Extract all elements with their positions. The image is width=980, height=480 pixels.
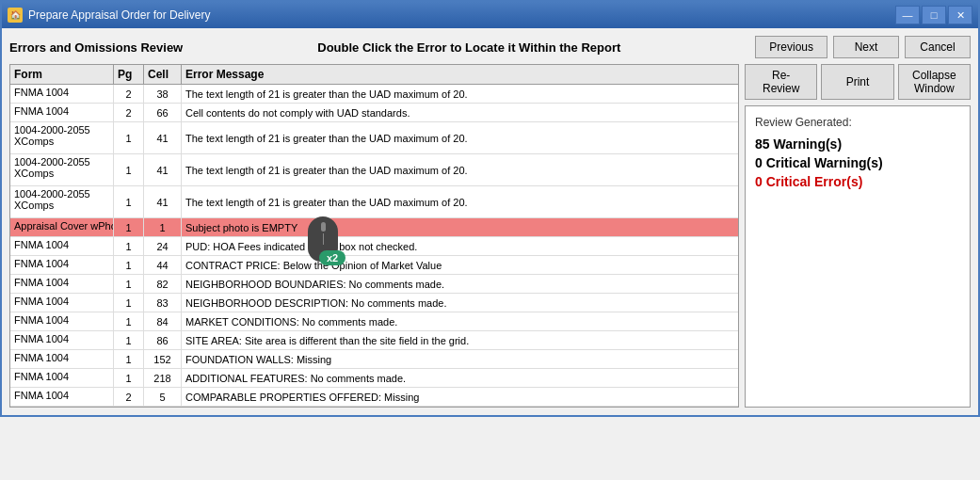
cell-message: PUD: HOA Fees indicated - PUD box not ch… [182,237,738,255]
table-row[interactable]: FNMA 1004 1 218 ADDITIONAL FEATURES: No … [10,369,738,388]
cell-form: FNMA 1004 [10,294,114,312]
cell-cell: 83 [144,294,182,312]
cell-cell: 1 [144,218,182,236]
table-row[interactable]: FNMA 1004 1 24 PUD: HOA Fees indicated -… [10,237,738,256]
cell-message: COMPARABLE PROPERTIES OFFERED: Missing [182,388,738,406]
cell-message: The text length of 21 is greater than th… [182,154,738,185]
cell-form: FNMA 1004 [10,312,114,330]
cell-pg: 2 [114,388,144,406]
app-icon: 🏠 [8,8,23,23]
cell-form: FNMA 1004 [10,104,114,121]
cell-cell: 41 [144,122,182,153]
table-row[interactable]: FNMA 1004 1 86 SITE AREA: Site area is d… [10,331,738,350]
cell-cell: 41 [144,186,182,217]
table-row[interactable]: FNMA 1004 1 152 FOUNDATION WALLS: Missin… [10,350,738,369]
critical-errors-count: 0 Critical Error(s) [755,174,960,189]
cell-form: FNMA 1004 [10,350,114,368]
main-area: Form Pg Cell Error Message FNMA 1004 2 3… [9,64,971,408]
cell-pg: 1 [114,294,144,312]
review-summary-panel: Review Generated: 85 Warning(s) 0 Critic… [745,105,971,408]
window-body: Errors and Omissions Review Double Click… [2,28,978,415]
col-cell: Cell [144,65,182,84]
table-row[interactable]: 1004-2000-2055XComps 1 41 The text lengt… [10,186,738,218]
cell-form: FNMA 1004 [10,275,114,293]
cell-pg: 1 [114,312,144,330]
cell-cell: 152 [144,350,182,368]
cell-form: FNMA 1004 [10,388,114,406]
minimize-button[interactable]: — [895,6,920,24]
cell-cell: 218 [144,369,182,387]
cell-form: 1004-2000-2055XComps [10,154,114,185]
cell-message: NEIGHBORHOOD DESCRIPTION: No comments ma… [182,294,738,312]
cell-form: Appraisal Cover wPhoto [10,218,114,236]
cell-message: NEIGHBORHOOD BOUNDARIES: No comments mad… [182,275,738,293]
cell-form: FNMA 1004 [10,331,114,349]
print-button[interactable]: Print [821,64,893,100]
cell-cell: 66 [144,104,182,121]
cell-message: ADDITIONAL FEATURES: No comments made. [182,369,738,387]
table-row[interactable]: FNMA 1004 2 66 Cell contents do not comp… [10,104,738,122]
cell-pg: 2 [114,85,144,103]
cell-form: FNMA 1004 [10,369,114,387]
table-row[interactable]: FNMA 1004 1 84 MARKET CONDITIONS: No com… [10,312,738,331]
next-button[interactable]: Next [833,36,899,58]
review-generated-label: Review Generated: [755,116,960,129]
side-action-buttons: Re-Review Print Collapse Window [745,64,971,100]
cell-message: Subject photo is EMPTY [182,218,738,236]
table-row[interactable]: FNMA 1004 1 82 NEIGHBORHOOD BOUNDARIES: … [10,275,738,294]
cell-cell: 41 [144,154,182,185]
cell-pg: 1 [114,275,144,293]
cell-cell: 44 [144,256,182,274]
cell-cell: 5 [144,388,182,406]
table-scroll-area[interactable]: FNMA 1004 2 38 The text length of 21 is … [10,85,738,407]
cell-message: FOUNDATION WALLS: Missing [182,350,738,368]
table-row[interactable]: Appraisal Cover wPhoto 1 1 Subject photo… [10,218,738,237]
table-row[interactable]: FNMA 1004 2 5 COMPARABLE PROPERTIES OFFE… [10,388,738,407]
instruction-text: Double Click the Error to Locate it With… [183,40,755,55]
table-row[interactable]: 1004-2000-2055XComps 1 41 The text lengt… [10,154,738,186]
previous-button[interactable]: Previous [755,36,827,58]
table-row[interactable]: FNMA 1004 2 38 The text length of 21 is … [10,85,738,104]
table-header: Form Pg Cell Error Message [10,65,738,85]
cell-message: CONTRACT PRICE: Below the Opinion of Mar… [182,256,738,274]
cell-form: FNMA 1004 [10,237,114,255]
window-title: Prepare Appraisal Order for Delivery [28,8,890,22]
cell-cell: 86 [144,331,182,349]
table-row[interactable]: FNMA 1004 1 44 CONTRACT PRICE: Below the… [10,256,738,275]
cell-pg: 1 [114,186,144,217]
cell-pg: 1 [114,331,144,349]
cell-pg: 1 [114,256,144,274]
col-message: Error Message [182,65,738,84]
re-review-button[interactable]: Re-Review [745,64,817,100]
cell-message: Cell contents do not comply with UAD sta… [182,104,738,121]
close-button[interactable]: ✕ [948,6,972,24]
cell-pg: 1 [114,122,144,153]
cell-pg: 1 [114,218,144,236]
side-panel: Re-Review Print Collapse Window Review G… [745,64,971,408]
top-bar: Errors and Omissions Review Double Click… [9,36,971,58]
cancel-button[interactable]: Cancel [905,36,971,58]
table-row[interactable]: FNMA 1004 1 83 NEIGHBORHOOD DESCRIPTION:… [10,294,738,312]
cell-form: 1004-2000-2055XComps [10,186,114,217]
cell-pg: 2 [114,104,144,121]
cell-message: The text length of 21 is greater than th… [182,186,738,217]
main-window: 🏠 Prepare Appraisal Order for Delivery —… [0,0,980,417]
cell-message: MARKET CONDITIONS: No comments made. [182,312,738,330]
cell-form: FNMA 1004 [10,256,114,274]
cell-cell: 24 [144,237,182,255]
window-controls: — □ ✕ [895,6,972,24]
warnings-count: 85 Warning(s) [755,136,960,152]
cell-form: 1004-2000-2055XComps [10,122,114,153]
cell-pg: 1 [114,154,144,185]
maximize-button[interactable]: □ [922,6,946,24]
col-form: Form [10,65,114,84]
cell-pg: 1 [114,369,144,387]
cell-cell: 84 [144,312,182,330]
col-pg: Pg [114,65,144,84]
section-title: Errors and Omissions Review [9,40,183,55]
cell-form: FNMA 1004 [10,85,114,103]
critical-warnings-count: 0 Critical Warning(s) [755,155,960,170]
table-row[interactable]: 1004-2000-2055XComps 1 41 The text lengt… [10,122,738,154]
title-bar: 🏠 Prepare Appraisal Order for Delivery —… [2,2,978,28]
collapse-window-button[interactable]: Collapse Window [898,64,971,100]
